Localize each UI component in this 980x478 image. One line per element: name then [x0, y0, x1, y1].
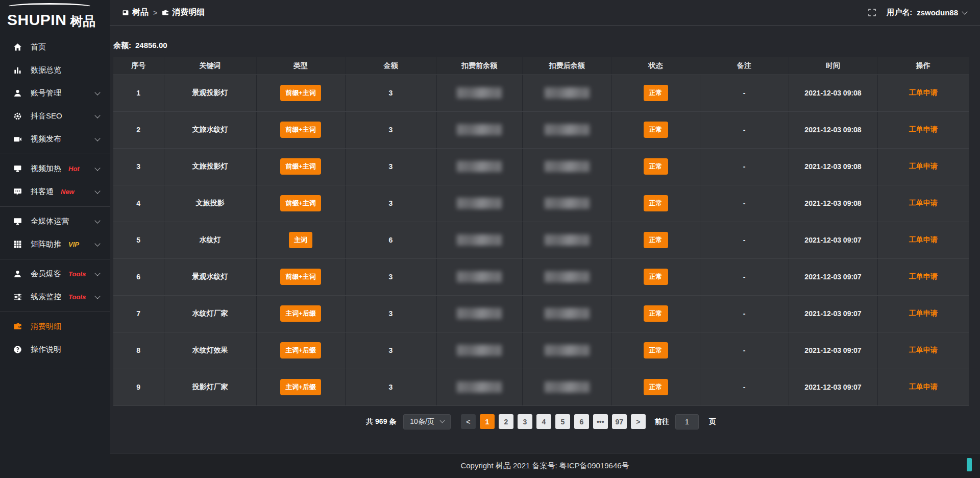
work-order-link[interactable]: 工单申请: [909, 162, 938, 170]
copyright-text: Copyright 树品 2021 备案号: 粤ICP备09019646号: [460, 461, 629, 471]
breadcrumb-item-shupin[interactable]: 树品: [122, 7, 149, 18]
sidebar-badge-new: New: [61, 188, 75, 196]
page-button-5[interactable]: 5: [555, 414, 570, 429]
breadcrumb-item-consumption-detail[interactable]: 消费明细: [162, 7, 205, 18]
chart-icon: [13, 66, 22, 75]
redacted-balance-before: [457, 87, 502, 99]
sliders-icon: [13, 293, 22, 301]
chevron-down-icon: [94, 165, 100, 171]
work-order-link[interactable]: 工单申请: [909, 199, 938, 207]
status-badge: 正常: [644, 379, 668, 395]
sidebar-item-data-overview[interactable]: 数据总览: [0, 59, 110, 82]
page-button-4[interactable]: 4: [536, 414, 551, 429]
cell-balance-before: [436, 111, 522, 148]
cell-type: 前缀+主词: [256, 148, 345, 185]
cell-amount: 3: [345, 258, 436, 295]
sidebar-item-label: 视频加热: [31, 164, 61, 174]
col-header-amount: 金额: [345, 57, 436, 75]
cell-balance-after: [522, 75, 611, 111]
cell-balance-before: [436, 148, 522, 185]
sidebar-item-matrix-boost[interactable]: 矩阵助推VIP: [0, 233, 110, 256]
work-order-link[interactable]: 工单申请: [909, 383, 938, 391]
redacted-balance-before: [457, 381, 502, 393]
prev-page-button[interactable]: <: [461, 414, 476, 429]
cell-balance-before: [436, 222, 522, 258]
type-badge: 主词: [289, 232, 312, 248]
goto-page-input[interactable]: [675, 414, 699, 429]
cell-balance-after: [522, 185, 611, 222]
status-badge: 正常: [644, 122, 668, 138]
sidebar-item-operation-guide[interactable]: 操作说明: [0, 338, 110, 361]
cell-remark: -: [700, 222, 789, 258]
cell-status: 正常: [611, 185, 700, 222]
sidebar-item-clue-monitor[interactable]: 线索监控Tools: [0, 285, 110, 308]
user-menu[interactable]: 用户名: zswodun88: [887, 8, 967, 17]
page-button-3[interactable]: 3: [518, 414, 532, 429]
question-icon: [13, 345, 22, 354]
cell-status: 正常: [611, 258, 700, 295]
cell-keyword: 投影灯厂家: [164, 369, 256, 405]
cell-balance-before: [436, 295, 522, 332]
next-page-button[interactable]: >: [631, 414, 646, 429]
cell-time: 2021-12-03 09:08: [789, 75, 877, 111]
sidebar-divider: [0, 259, 110, 259]
page-button-6[interactable]: 6: [574, 414, 589, 429]
sidebar-item-label: 操作说明: [31, 345, 61, 354]
page-size-select[interactable]: 10条/页: [403, 414, 450, 429]
goto-label: 前往: [655, 417, 669, 426]
cell-balance-after: [522, 258, 611, 295]
work-order-link[interactable]: 工单申请: [909, 346, 938, 354]
cell-action: 工单申请: [877, 369, 969, 405]
redacted-balance-after: [545, 87, 590, 99]
redacted-balance-after: [545, 198, 590, 209]
page-button-2[interactable]: 2: [499, 414, 513, 429]
work-order-link[interactable]: 工单申请: [909, 272, 938, 280]
cell-type: 主词+后缀: [256, 369, 345, 405]
work-order-link[interactable]: 工单申请: [909, 235, 938, 244]
sidebar-item-label: 线索监控: [31, 292, 61, 302]
sidebar-item-account-management[interactable]: 账号管理: [0, 82, 110, 105]
sidebar-item-all-media-operation[interactable]: 全媒体运营: [0, 210, 110, 233]
fullscreen-icon[interactable]: [868, 8, 876, 17]
total-count: 共 969 条: [366, 417, 396, 426]
cell-amount: 6: [345, 222, 436, 258]
table-row: 1 景观投影灯 前缀+主词 3 正常 - 2021-12-03 09:08 工单…: [113, 75, 969, 111]
balance-label: 余额:: [113, 41, 131, 51]
cell-amount: 3: [345, 185, 436, 222]
page-button-1[interactable]: 1: [480, 414, 495, 429]
type-badge: 前缀+主词: [280, 85, 321, 101]
cell-index: 6: [113, 258, 164, 295]
cell-remark: -: [700, 111, 789, 148]
table-row: 8 水纹灯效果 主词+后缀 3 正常 - 2021-12-03 09:07 工单…: [113, 332, 969, 369]
sidebar-item-label: 抖音SEO: [31, 111, 62, 121]
cell-type: 前缀+主词: [256, 75, 345, 111]
sidebar-item-member-baoke[interactable]: 会员爆客Tools: [0, 262, 110, 285]
user-icon: [13, 89, 22, 98]
work-order-link[interactable]: 工单申请: [909, 125, 938, 133]
redacted-balance-after: [545, 271, 590, 282]
cell-balance-before: [436, 332, 522, 369]
page-ellipsis-button[interactable]: •••: [593, 414, 608, 429]
sidebar-item-douketong[interactable]: 抖客通New: [0, 180, 110, 203]
redacted-balance-before: [457, 271, 502, 282]
status-badge: 正常: [644, 158, 668, 175]
floating-widget[interactable]: [967, 458, 972, 471]
sidebar-item-douyin-seo[interactable]: 抖音SEO: [0, 105, 110, 128]
cell-index: 5: [113, 222, 164, 258]
username-label: 用户名:: [887, 8, 912, 17]
redacted-balance-before: [457, 345, 502, 356]
wallet-icon: [162, 9, 169, 16]
cell-type: 主词+后缀: [256, 295, 345, 332]
chevron-down-icon: [94, 112, 100, 118]
work-order-link[interactable]: 工单申请: [909, 88, 938, 97]
type-badge: 前缀+主词: [280, 269, 321, 285]
sidebar-item-video-heating[interactable]: 视频加热Hot: [0, 157, 110, 180]
work-order-link[interactable]: 工单申请: [909, 309, 938, 317]
sidebar-badge-tools: Tools: [68, 293, 86, 301]
cell-keyword: 文旅投影: [164, 185, 256, 222]
col-header-keyword: 关键词: [164, 57, 256, 75]
sidebar-item-home[interactable]: 首页: [0, 36, 110, 59]
sidebar-item-consumption-detail[interactable]: 消费明细: [0, 315, 110, 338]
sidebar-item-video-publish[interactable]: 视频发布: [0, 128, 110, 151]
page-button-97[interactable]: 97: [612, 414, 627, 429]
